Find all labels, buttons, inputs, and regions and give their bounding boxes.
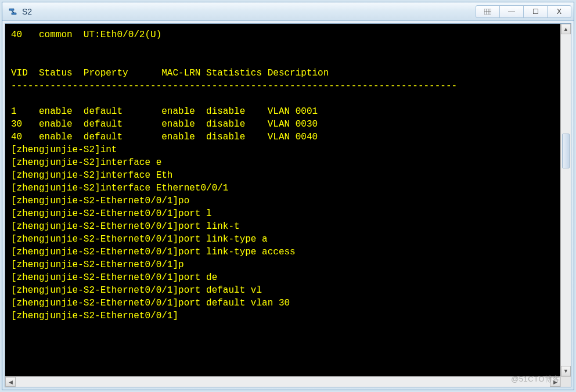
terminal-prompt: [zhengjunjie-S2]interface Eth bbox=[11, 170, 172, 181]
terminal-prompt: [zhengjunjie-S2-Ethernet0/0/1]port link-… bbox=[11, 234, 268, 244]
content-area: 40 common UT:Eth0/0/2(U) VID Status Prop… bbox=[5, 23, 571, 387]
terminal-row: 1 enable default enable disable VLAN 000… bbox=[11, 106, 318, 117]
terminal-line: 40 common UT:Eth0/0/2(U) bbox=[11, 30, 161, 40]
terminal-prompt: [zhengjunjie-S2-Ethernet0/0/1]p bbox=[11, 260, 184, 270]
terminal-prompt: [zhengjunjie-S2-Ethernet0/0/1]port l bbox=[11, 208, 212, 219]
terminal-prompt: [zhengjunjie-S2-Ethernet0/0/1]po bbox=[11, 196, 189, 206]
vertical-scrollbar[interactable]: ▲ ▼ bbox=[560, 24, 571, 376]
maximize-icon: ☐ bbox=[532, 8, 539, 16]
terminal-output[interactable]: 40 common UT:Eth0/0/2(U) VID Status Prop… bbox=[5, 24, 571, 376]
app-window: S2 — ☐ X 40 common UT:Eth0/0/2(U) bbox=[2, 2, 574, 390]
terminal-prompt: [zhengjunjie-S2-Ethernet0/0/1]port defau… bbox=[11, 285, 262, 296]
scroll-right-arrow-icon[interactable]: ▶ bbox=[550, 377, 560, 387]
scroll-up-arrow-icon[interactable]: ▲ bbox=[561, 24, 571, 34]
horizontal-scrollbar[interactable]: ◀ ▶ bbox=[5, 376, 571, 387]
terminal-prompt: [zhengjunjie-S2-Ethernet0/0/1]port de bbox=[11, 272, 217, 283]
terminal-prompt: [zhengjunjie-S2-Ethernet0/0/1]port defau… bbox=[11, 298, 290, 308]
terminal-row: 40 enable default enable disable VLAN 00… bbox=[11, 132, 318, 142]
maximize-button[interactable]: ☐ bbox=[523, 5, 548, 18]
grid-icon bbox=[484, 9, 491, 15]
close-icon: X bbox=[557, 8, 561, 16]
terminal-row: 30 enable default enable disable VLAN 00… bbox=[11, 119, 318, 130]
terminal-prompt: [zhengjunjie-S2]interface e bbox=[11, 157, 161, 168]
grid-button[interactable] bbox=[476, 5, 500, 18]
close-button[interactable]: X bbox=[547, 5, 571, 18]
scroll-corner bbox=[560, 377, 571, 387]
scroll-left-arrow-icon[interactable]: ◀ bbox=[5, 377, 16, 387]
app-icon bbox=[7, 6, 19, 17]
terminal-prompt: [zhengjunjie-S2]int bbox=[11, 145, 117, 155]
titlebar[interactable]: S2 — ☐ X bbox=[2, 2, 574, 21]
terminal-table-header: VID Status Property MAC-LRN Statistics D… bbox=[11, 68, 329, 78]
vscroll-track[interactable] bbox=[561, 34, 571, 366]
window-controls: — ☐ X bbox=[476, 5, 571, 18]
terminal-divider: ----------------------------------------… bbox=[11, 81, 457, 91]
terminal-prompt: [zhengjunjie-S2-Ethernet0/0/1] bbox=[11, 311, 178, 321]
hscroll-track[interactable] bbox=[16, 377, 550, 387]
minimize-icon: — bbox=[508, 8, 515, 16]
scroll-down-arrow-icon[interactable]: ▼ bbox=[561, 366, 571, 376]
terminal-prompt: [zhengjunjie-S2-Ethernet0/0/1]port link-… bbox=[11, 247, 296, 257]
minimize-button[interactable]: — bbox=[499, 5, 524, 18]
terminal-prompt: [zhengjunjie-S2-Ethernet0/0/1]port link-… bbox=[11, 221, 240, 232]
terminal-prompt: [zhengjunjie-S2]interface Ethernet0/0/1 bbox=[11, 183, 228, 193]
window-title: S2 bbox=[22, 7, 476, 16]
vscroll-thumb[interactable] bbox=[562, 134, 570, 168]
